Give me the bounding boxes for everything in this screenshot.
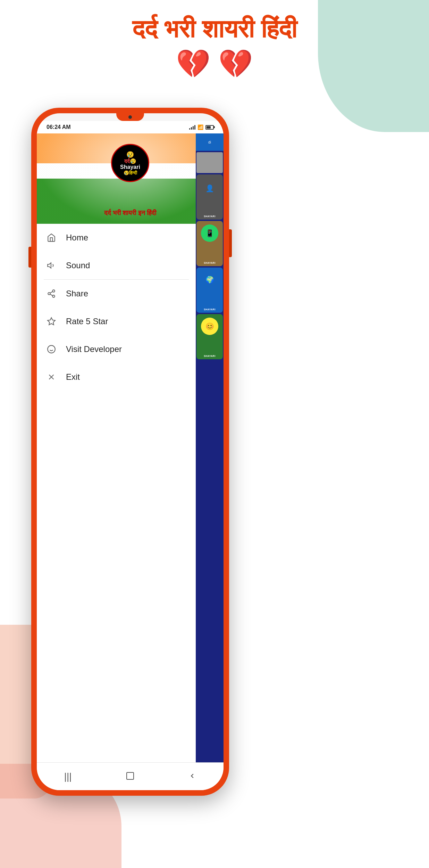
drawer-menu: Home Sound xyxy=(37,224,196,762)
menu-sound-label: Sound xyxy=(66,261,90,270)
star-icon xyxy=(45,315,58,328)
logo-line3: 😢हिन्दी xyxy=(124,171,137,175)
home-icon xyxy=(45,231,58,244)
svg-point-7 xyxy=(48,345,55,353)
signal-icon xyxy=(189,125,195,130)
menu-home-label: Home xyxy=(66,233,88,243)
app-logo: 😢 दर्द😢 Shayari 😢हिन्दी xyxy=(111,144,149,182)
svg-line-5 xyxy=(50,292,52,293)
menu-share-label: Share xyxy=(66,289,88,298)
menu-item-share[interactable]: Share xyxy=(37,280,196,308)
power-button-right xyxy=(229,229,232,257)
menu-item-rate[interactable]: Rate 5 Star xyxy=(37,308,196,335)
menu-developer-label: Visit Developer xyxy=(66,344,122,354)
home-button[interactable] xyxy=(119,768,141,786)
developer-icon xyxy=(45,343,58,355)
battery-icon xyxy=(205,125,214,130)
right-card-2: 📱 SHAYARI xyxy=(196,221,223,266)
status-bar: 06:24 AM 📶 xyxy=(37,121,224,133)
menu-exit-label: Exit xyxy=(66,372,80,382)
right-card-4: 😊 SHAYARI xyxy=(196,314,223,359)
wifi-icon: 📶 xyxy=(197,124,203,130)
svg-point-2 xyxy=(48,293,50,295)
title-text: दर्द भरी शायरी हिंदी xyxy=(132,15,297,43)
menu-item-developer[interactable]: Visit Developer xyxy=(37,335,196,363)
heart-decoration: 💔 💔 xyxy=(21,47,408,81)
phone-notch xyxy=(116,113,144,121)
home-square-icon xyxy=(126,772,134,780)
front-camera xyxy=(128,115,132,119)
right-panel-content: di 👤 SHAYARI 📱 SHAYARI 🌍 xyxy=(196,133,224,762)
exit-icon xyxy=(45,371,58,383)
svg-point-1 xyxy=(52,290,55,292)
bottom-navigation: ||| xyxy=(37,762,224,790)
svg-point-3 xyxy=(52,295,55,297)
share-icon xyxy=(45,287,58,300)
phone-frame: 06:24 AM 📶 😢 दर्द😢 Shay xyxy=(31,108,229,796)
svg-marker-6 xyxy=(48,318,55,325)
right-card-3: 🌍 SHAYARI xyxy=(196,268,223,313)
svg-line-4 xyxy=(50,294,52,296)
status-icons: 📶 xyxy=(189,124,214,130)
sound-icon xyxy=(45,259,58,272)
menu-item-exit[interactable]: Exit xyxy=(37,363,196,391)
right-panel-header: di xyxy=(196,133,224,151)
recents-button[interactable]: ||| xyxy=(57,768,79,786)
menu-item-home[interactable]: Home xyxy=(37,224,196,252)
app-subtitle: दर्द भरी शायरी इन हिंदी xyxy=(37,209,224,217)
back-button[interactable] xyxy=(182,768,203,786)
menu-item-sound[interactable]: Sound xyxy=(37,252,196,279)
status-time: 06:24 AM xyxy=(47,124,71,130)
page-title: दर्द भरी शायरी हिंदी 💔 💔 xyxy=(21,14,408,81)
volume-button-left xyxy=(28,247,31,268)
logo-line1: दर्द😢 xyxy=(124,158,136,164)
logo-line2: Shayari xyxy=(120,164,140,170)
svg-marker-0 xyxy=(48,263,51,268)
phone-screen: 06:24 AM 📶 😢 दर्द😢 Shay xyxy=(37,113,224,790)
menu-rate-label: Rate 5 Star xyxy=(66,317,108,326)
search-area-card xyxy=(196,152,223,173)
